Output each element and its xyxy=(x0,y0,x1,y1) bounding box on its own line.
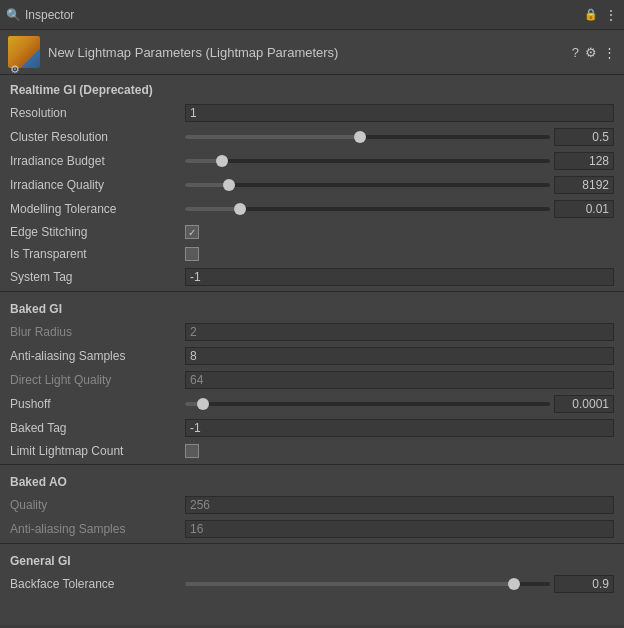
is-transparent-checkbox[interactable] xyxy=(185,247,199,261)
cluster-resolution-value[interactable] xyxy=(554,128,614,146)
baked-ao-header: Baked AO xyxy=(0,467,624,493)
aa-samples-input[interactable] xyxy=(185,347,614,365)
limit-lightmap-count-row: Limit Lightmap Count xyxy=(0,440,624,462)
general-gi-header: General GI xyxy=(0,546,624,572)
direct-light-quality-input[interactable] xyxy=(185,371,614,389)
ao-quality-input[interactable] xyxy=(185,496,614,514)
cluster-resolution-slider[interactable] xyxy=(185,135,550,139)
blur-radius-input[interactable] xyxy=(185,323,614,341)
edge-stitching-row: Edge Stitching xyxy=(0,221,624,243)
is-transparent-label: Is Transparent xyxy=(10,247,185,261)
baked-tag-input[interactable] xyxy=(185,419,614,437)
system-tag-control xyxy=(185,268,614,286)
blur-radius-label: Blur Radius xyxy=(10,325,185,339)
direct-light-quality-control xyxy=(185,371,614,389)
irradiance-budget-slider[interactable] xyxy=(185,159,550,163)
modelling-tolerance-label: Modelling Tolerance xyxy=(10,202,185,216)
asset-title: New Lightmap Parameters (Lightmap Parame… xyxy=(48,45,338,60)
limit-lightmap-count-label: Limit Lightmap Count xyxy=(10,444,185,458)
pushoff-value[interactable] xyxy=(554,395,614,413)
direct-light-quality-label: Direct Light Quality xyxy=(10,373,185,387)
irradiance-quality-slider[interactable] xyxy=(185,183,550,187)
irradiance-budget-control xyxy=(185,152,614,170)
ao-aa-samples-row: Anti-aliasing Samples xyxy=(0,517,624,541)
baked-tag-row: Baked Tag xyxy=(0,416,624,440)
ao-quality-label: Quality xyxy=(10,498,185,512)
ao-aa-samples-input[interactable] xyxy=(185,520,614,538)
backface-tolerance-control xyxy=(185,575,614,593)
ao-aa-samples-control xyxy=(185,520,614,538)
baked-tag-control xyxy=(185,419,614,437)
limit-lightmap-count-checkbox[interactable] xyxy=(185,444,199,458)
divider-1 xyxy=(0,291,624,292)
backface-tolerance-slider[interactable] xyxy=(185,582,550,586)
lightmap-asset-icon xyxy=(8,36,40,68)
modelling-tolerance-value[interactable] xyxy=(554,200,614,218)
modelling-tolerance-control xyxy=(185,200,614,218)
aa-samples-label: Anti-aliasing Samples xyxy=(10,349,185,363)
pushoff-row: Pushoff xyxy=(0,392,624,416)
ao-quality-row: Quality xyxy=(0,493,624,517)
modelling-tolerance-row: Modelling Tolerance xyxy=(0,197,624,221)
limit-lightmap-count-control xyxy=(185,444,614,458)
backface-tolerance-value[interactable] xyxy=(554,575,614,593)
resolution-input[interactable] xyxy=(185,104,614,122)
blur-radius-row: Blur Radius xyxy=(0,320,624,344)
irradiance-quality-control xyxy=(185,176,614,194)
cluster-resolution-control xyxy=(185,128,614,146)
title-bar-left: 🔍 Inspector xyxy=(6,8,74,22)
title-bar-right: 🔒 ⋮ xyxy=(584,7,618,23)
system-tag-row: System Tag xyxy=(0,265,624,289)
resolution-control xyxy=(185,104,614,122)
irradiance-budget-label: Irradiance Budget xyxy=(10,154,185,168)
irradiance-quality-label: Irradiance Quality xyxy=(10,178,185,192)
irradiance-quality-value[interactable] xyxy=(554,176,614,194)
ao-quality-control xyxy=(185,496,614,514)
cluster-resolution-row: Cluster Resolution xyxy=(0,125,624,149)
header-settings-icon[interactable]: ⚙ xyxy=(585,45,597,60)
baked-tag-label: Baked Tag xyxy=(10,421,185,435)
edge-stitching-control xyxy=(185,225,614,239)
help-icon[interactable]: ? xyxy=(572,45,579,60)
baked-gi-header: Baked GI xyxy=(0,294,624,320)
irradiance-budget-row: Irradiance Budget xyxy=(0,149,624,173)
backface-tolerance-row: Backface Tolerance xyxy=(0,572,624,596)
aa-samples-row: Anti-aliasing Samples xyxy=(0,344,624,368)
divider-3 xyxy=(0,543,624,544)
asset-header: New Lightmap Parameters (Lightmap Parame… xyxy=(0,30,624,75)
system-tag-input[interactable] xyxy=(185,268,614,286)
resolution-row: Resolution xyxy=(0,101,624,125)
is-transparent-row: Is Transparent xyxy=(0,243,624,265)
resolution-label: Resolution xyxy=(10,106,185,120)
edge-stitching-checkbox[interactable] xyxy=(185,225,199,239)
is-transparent-control xyxy=(185,247,614,261)
header-icons: ? ⚙ ⋮ xyxy=(572,45,616,60)
system-tag-label: System Tag xyxy=(10,270,185,284)
aa-samples-control xyxy=(185,347,614,365)
modelling-tolerance-slider[interactable] xyxy=(185,207,550,211)
inspector-tab-icon: 🔍 xyxy=(6,8,21,22)
inspector-title: Inspector xyxy=(25,8,74,22)
direct-light-quality-row: Direct Light Quality xyxy=(0,368,624,392)
cluster-resolution-label: Cluster Resolution xyxy=(10,130,185,144)
backface-tolerance-label: Backface Tolerance xyxy=(10,577,185,591)
irradiance-budget-value[interactable] xyxy=(554,152,614,170)
header-menu-icon[interactable]: ⋮ xyxy=(603,45,616,60)
pushoff-label: Pushoff xyxy=(10,397,185,411)
title-bar: 🔍 Inspector 🔒 ⋮ xyxy=(0,0,624,30)
divider-2 xyxy=(0,464,624,465)
menu-icon[interactable]: ⋮ xyxy=(604,7,618,23)
pushoff-slider[interactable] xyxy=(185,402,550,406)
edge-stitching-label: Edge Stitching xyxy=(10,225,185,239)
blur-radius-control xyxy=(185,323,614,341)
ao-aa-samples-label: Anti-aliasing Samples xyxy=(10,522,185,536)
irradiance-quality-row: Irradiance Quality xyxy=(0,173,624,197)
header-left: New Lightmap Parameters (Lightmap Parame… xyxy=(8,36,338,68)
pushoff-control xyxy=(185,395,614,413)
inspector-content: Realtime GI (Deprecated) Resolution Clus… xyxy=(0,75,624,625)
lock-icon[interactable]: 🔒 xyxy=(584,8,598,21)
realtime-gi-header: Realtime GI (Deprecated) xyxy=(0,75,624,101)
